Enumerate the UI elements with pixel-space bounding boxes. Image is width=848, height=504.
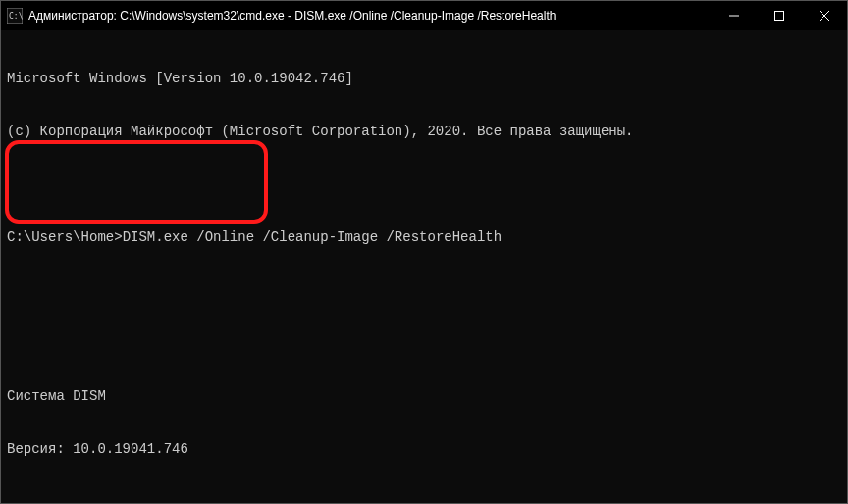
maximize-button[interactable] <box>757 1 802 30</box>
cmd-icon: C:\ <box>7 8 23 24</box>
svg-rect-3 <box>775 12 784 21</box>
window-title: Администратор: C:\Windows\system32\cmd.e… <box>28 9 712 23</box>
version-line: Microsoft Windows [Version 10.0.19042.74… <box>7 70 841 87</box>
minimize-button[interactable] <box>712 1 757 30</box>
command-text: DISM.exe /Online /Cleanup-Image /Restore… <box>123 229 502 245</box>
blank-line <box>7 493 841 504</box>
dism-header: Cистема DISM <box>7 387 841 405</box>
svg-text:C:\: C:\ <box>9 12 23 21</box>
copyright-line: (c) Корпорация Майкрософт (Microsoft Cor… <box>7 123 841 140</box>
terminal-body[interactable]: Microsoft Windows [Version 10.0.19042.74… <box>1 30 847 503</box>
close-button[interactable] <box>802 1 847 30</box>
window-controls <box>712 1 847 30</box>
titlebar: C:\ Администратор: C:\Windows\system32\c… <box>1 1 847 30</box>
blank-line <box>7 334 841 352</box>
blank-line <box>7 176 841 193</box>
prompt: C:\Users\Home> <box>7 229 123 245</box>
dism-version: Версия: 10.0.19041.746 <box>7 440 841 458</box>
prompt-line: C:\Users\Home>DISM.exe /Online /Cleanup-… <box>7 228 841 246</box>
blank-line <box>7 281 841 299</box>
